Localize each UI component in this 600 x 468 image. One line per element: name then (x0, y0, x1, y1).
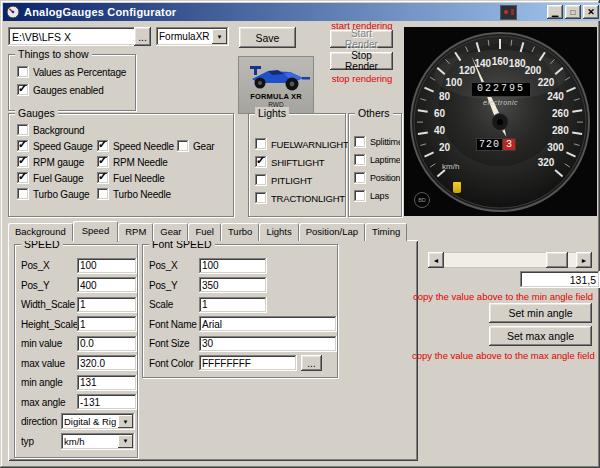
minimize-button[interactable]: ▁ (547, 5, 563, 19)
tab-timing[interactable]: Timing (365, 223, 407, 241)
field-label: direction (21, 416, 61, 427)
dropdown-arrow-icon[interactable]: ▼ (118, 435, 133, 448)
speed-gauge-checkbox[interactable]: Speed Gauge (17, 140, 93, 152)
field-row: Font Name (149, 315, 335, 335)
svg-text:160: 160 (492, 56, 509, 67)
close-button[interactable]: ✕ (583, 5, 599, 19)
font-pos-y-input[interactable] (199, 277, 267, 293)
start-render-button[interactable]: Start Render (330, 30, 393, 48)
browse-button[interactable]: ... (134, 27, 151, 46)
tab-rpm[interactable]: RPM (118, 223, 153, 241)
font-name-input[interactable] (199, 316, 337, 332)
position-checkbox[interactable]: Position (354, 172, 400, 184)
tab-fuel[interactable]: Fuel (188, 223, 220, 241)
shiftlight-checkbox[interactable]: SHIFTLIGHT (255, 156, 324, 168)
background-checkbox[interactable]: Background (17, 124, 84, 136)
fuelwarnlight-checkbox[interactable]: FUELWARNLIGHT (255, 138, 349, 150)
rpm-needle-checkbox[interactable]: RPM Needle (97, 156, 168, 168)
speed-pos-x-input[interactable] (77, 258, 137, 274)
font-color-browse-button[interactable]: ... (301, 355, 322, 371)
dropdown-arrow-icon[interactable]: ▼ (212, 29, 227, 44)
field-row: typ km/h ▼ (21, 432, 135, 452)
tab-speed[interactable]: Speed (73, 221, 118, 242)
fuel-gauge-checkbox[interactable]: Fuel Gauge (17, 172, 83, 184)
tab-background[interactable]: Background (8, 223, 73, 241)
checkbox-box (17, 124, 29, 136)
fuel-needle-checkbox[interactable]: Fuel Needle (97, 172, 165, 184)
path-input[interactable] (8, 27, 140, 46)
gauge-preview-image: 2040608010012014016018020022024026028030… (404, 27, 597, 216)
typ-select[interactable]: km/h ▼ (61, 433, 135, 450)
checkbox-box (97, 156, 109, 168)
svg-text:100: 100 (446, 77, 463, 88)
checkbox-box (17, 66, 29, 78)
svg-text:320: 320 (538, 157, 555, 168)
field-label: Height_Scale (21, 319, 77, 330)
angle-value-input[interactable] (520, 271, 600, 288)
values-as-percentage-checkbox[interactable]: Values as Percentage (17, 66, 126, 78)
tab-position-lap[interactable]: Position/Lap (299, 223, 365, 241)
set-min-angle-button[interactable]: Set min angle (489, 303, 592, 323)
laps-checkbox[interactable]: Laps (354, 190, 400, 202)
things-to-show-group: Things to show Values as Percentage Gaug… (8, 54, 136, 111)
checkbox-box (17, 84, 29, 96)
maximize-button[interactable]: □ (565, 5, 581, 19)
font-pos-x-input[interactable] (199, 258, 267, 274)
dropdown-arrow-icon[interactable]: ▼ (118, 415, 133, 428)
car-model-select[interactable]: FormulaXR ▼ (156, 27, 229, 46)
turbo-gauge-checkbox[interactable]: Turbo Gauge (17, 188, 89, 200)
typ-value: km/h (64, 436, 116, 447)
gauges-enabled-checkbox[interactable]: Gauges enabled (17, 84, 104, 96)
checkbox-box (255, 138, 267, 150)
checkbox-label: Position (370, 173, 400, 183)
set-max-angle-button[interactable]: Set max angle (489, 326, 592, 346)
checkbox-box (97, 140, 109, 152)
scroll-left-button[interactable]: ◄ (428, 252, 444, 268)
titlebar[interactable]: AnalogGauges Configurator ▁ □ ✕ (3, 3, 600, 21)
speed-pos-y-input[interactable] (77, 277, 137, 293)
checkbox-label: Gear (193, 141, 214, 152)
checkbox-label: Turbo Gauge (33, 189, 89, 200)
laptimes-checkbox[interactable]: Laptimes (354, 154, 400, 166)
scroll-right-button[interactable]: ► (576, 252, 592, 268)
font-size-input[interactable] (199, 336, 337, 352)
svg-text:120: 120 (459, 65, 476, 76)
direction-value: Digital & Right (64, 416, 116, 427)
max-angle-input[interactable] (77, 394, 137, 410)
direction-select[interactable]: Digital & Right ▼ (61, 413, 135, 430)
angle-scrollbar[interactable]: ◄ ► (428, 252, 592, 268)
lights-group: Lights FUELWARNLIGHT SHIFTLIGHT PITLIGHT… (248, 113, 346, 217)
checkbox-label: Fuel Gauge (33, 173, 83, 184)
min-value-input[interactable] (77, 336, 137, 352)
gauge-maker-logo: BD (414, 192, 430, 208)
min-angle-input[interactable] (77, 375, 137, 391)
tractionlight-checkbox[interactable]: TRACTIONLIGHT (255, 192, 345, 204)
width-scale-input[interactable] (77, 297, 137, 313)
checkbox-label: Background (33, 125, 84, 136)
checkbox-box (255, 174, 267, 186)
font-color-input[interactable] (199, 355, 297, 371)
tab-gear[interactable]: Gear (153, 223, 188, 241)
gear-checkbox[interactable]: Gear (177, 140, 214, 152)
field-row: Font Size (149, 334, 335, 354)
scroll-thumb[interactable] (546, 252, 568, 268)
stop-render-button[interactable]: Stop Render (330, 52, 393, 70)
speed-needle-checkbox[interactable]: Speed Needle (97, 140, 174, 152)
checkbox-label: Laps (370, 191, 389, 201)
rpm-gauge-checkbox[interactable]: RPM gauge (17, 156, 84, 168)
tab-turbo[interactable]: Turbo (221, 223, 259, 241)
max-value-input[interactable] (77, 355, 137, 371)
height-scale-input[interactable] (77, 316, 137, 332)
group-title: Things to show (15, 48, 92, 61)
pitlight-checkbox[interactable]: PITLIGHT (255, 174, 312, 186)
font-scale-input[interactable] (199, 297, 267, 313)
save-button[interactable]: Save (239, 27, 296, 48)
group-title: Lights (255, 107, 289, 120)
splittimes-checkbox[interactable]: Splittimes (354, 136, 400, 148)
field-row: min value (21, 334, 135, 354)
tab-lights[interactable]: Lights (259, 223, 298, 241)
svg-text:260: 260 (552, 108, 569, 119)
field-label: Pos_Y (149, 280, 199, 291)
checkbox-label: Splittimes (370, 137, 400, 147)
turbo-needle-checkbox[interactable]: Turbo Needle (97, 188, 171, 200)
